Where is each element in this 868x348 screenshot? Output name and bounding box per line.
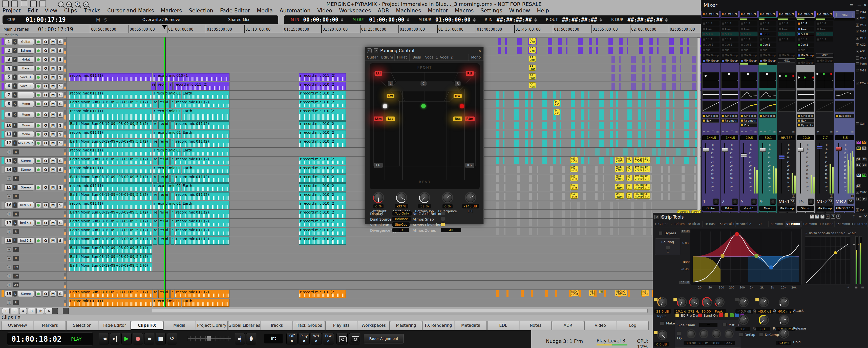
- fx-enable-square[interactable]: [722, 115, 724, 117]
- tab-project-library[interactable]: Project Library: [196, 321, 228, 330]
- audio-clip[interactable]: recorc: [153, 139, 157, 147]
- audio-clip[interactable]: recorc: [153, 175, 157, 183]
- setting-value-3[interactable]: 3D: [392, 228, 409, 232]
- clip-status-badge[interactable]: AA<Of: [529, 65, 536, 71]
- sub-channel-tag[interactable]: R: [13, 194, 19, 199]
- st-bandon-checkbox[interactable]: [698, 313, 702, 317]
- audio-clip[interactable]: Earth: [182, 91, 229, 99]
- audio-clip[interactable]: recorc: [153, 219, 157, 227]
- track-solo-button[interactable]: S: [57, 57, 63, 62]
- bus-header[interactable]: ATMOS 9.1.6: [740, 11, 758, 17]
- menu-project[interactable]: Project: [3, 8, 21, 14]
- track-lane[interactable]: [67, 281, 701, 289]
- track-number[interactable]: 7: [5, 92, 13, 98]
- track-name[interactable]: HiHat: [18, 56, 34, 63]
- audio-clip[interactable]: Earth: [182, 201, 229, 209]
- fx-button-+[interactable]: +: [816, 130, 819, 134]
- clip-status-badge[interactable]: SX218<Offlin: [633, 166, 644, 172]
- track-number[interactable]: 6: [5, 83, 13, 89]
- fx-button-+[interactable]: +: [721, 130, 724, 134]
- track-number[interactable]: 4: [5, 65, 13, 71]
- track-lane[interactable]: Earth Moon Sun 03-19-09+03-09-09_5.1 (5): [67, 254, 701, 263]
- track-channel-tag[interactable]: C: [13, 101, 17, 107]
- menu-tracks[interactable]: Tracks: [84, 8, 100, 14]
- speaker-Rss[interactable]: Rss: [453, 117, 462, 121]
- audio-clip[interactable]: Earth: [182, 130, 229, 138]
- fx-button-□[interactable]: □: [749, 130, 752, 134]
- track-channel-tag[interactable]: C: [13, 48, 17, 53]
- sc-knob[interactable]: [724, 329, 734, 338]
- fx-enable-square[interactable]: [798, 120, 800, 122]
- speaker-Rtm[interactable]: Rtm: [465, 117, 475, 121]
- strip-number[interactable]: 1: [703, 199, 706, 205]
- audio-clip[interactable]: Earth: [182, 299, 229, 307]
- track-output-button[interactable]: O: [43, 202, 49, 208]
- rail-mute-button[interactable]: M: [862, 197, 866, 201]
- track-channel-tag[interactable]: L: [13, 220, 17, 226]
- track-record-ready[interactable]: [35, 132, 41, 137]
- bus-cell-714[interactable]: 7.1.4: [816, 21, 833, 26]
- track-mute-button[interactable]: M: [50, 112, 56, 118]
- bus-cell-cue1[interactable]: cue 1: [759, 48, 776, 52]
- strip-number[interactable]: MG2: [816, 199, 828, 205]
- jog-handle[interactable]: [207, 336, 211, 341]
- field-value-3[interactable]: ##:##:##:##: [497, 17, 532, 23]
- audio-clip[interactable]: record mic 011 (2): [175, 100, 229, 108]
- track-number[interactable]: 14: [5, 167, 13, 173]
- fx-item-dynamics[interactable]: Dynamics: [797, 123, 814, 127]
- track-output-button[interactable]: O: [43, 83, 49, 89]
- sc-knob[interactable]: [699, 329, 708, 338]
- track-output-button[interactable]: O: [43, 220, 49, 226]
- sub-channel-tag[interactable]: R: [13, 300, 19, 305]
- menu-video[interactable]: Video: [317, 8, 332, 14]
- audio-clip[interactable]: r record mic 010 (1: [153, 148, 181, 156]
- pan-source-dot-0[interactable]: [383, 104, 387, 108]
- clip-status-badge[interactable]: §§<C: [626, 184, 632, 190]
- bus-cell-51A[interactable]: 5.1 A: [740, 37, 757, 41]
- bus-cell-MixGroup[interactable]: Mix Group: [759, 53, 776, 57]
- edit-mode[interactable]: Overwrite / Remove: [143, 18, 180, 22]
- audio-clip[interactable]: record mic 011 (1): [69, 201, 152, 209]
- fx-item-strip-tools[interactable]: Strip Tools: [759, 114, 776, 118]
- track-channel-tag[interactable]: C: [13, 132, 17, 137]
- fader-handle[interactable]: [722, 148, 728, 152]
- bus-cell-Cue2[interactable]: Cue 2: [721, 42, 739, 47]
- rail-button-S1[interactable]: S1: [856, 157, 861, 161]
- fader-handle[interactable]: [741, 153, 747, 157]
- setting-r-value-3[interactable]: All: [441, 228, 461, 232]
- audio-clip[interactable]: r record mic 010 (2: [299, 228, 346, 236]
- pan-source-dot-2[interactable]: [460, 104, 464, 108]
- bus-cell-51C[interactable]: 5.1C: [797, 27, 814, 31]
- mute-flag[interactable]: M: [96, 17, 100, 23]
- rail-group-toggle[interactable]: +: [856, 50, 859, 53]
- bus-cell-MixGroup[interactable]: Mix Group: [702, 59, 719, 63]
- bus-cell-714[interactable]: 7.1.4: [740, 21, 757, 26]
- rail-button-AC[interactable]: AC: [856, 184, 861, 188]
- menu-help[interactable]: Help: [537, 8, 549, 14]
- rail-section-Effect[interactable]: −Effect: [856, 82, 868, 85]
- menu-markers[interactable]: Markers: [161, 8, 182, 14]
- speaker-Ltf[interactable]: Ltf: [374, 71, 382, 76]
- track-channel-tag[interactable]: L: [13, 185, 17, 190]
- audio-clip[interactable]: r record mic 010 (2: [299, 290, 346, 298]
- gain-display[interactable]: -5.5: [835, 135, 854, 140]
- loop-button[interactable]: ↺: [167, 333, 177, 344]
- sub-channel-tag[interactable]: R: [13, 229, 19, 234]
- fx-enable-square[interactable]: [760, 115, 762, 117]
- st-makeup-checkbox[interactable]: [660, 321, 664, 325]
- fx-button-≡[interactable]: ≡: [773, 130, 776, 134]
- sub-expand-button[interactable]: +: [7, 150, 11, 154]
- track-lane[interactable]: Earth Moon Sun 03-19-09+03-09-09_5.1 (4): [67, 245, 701, 254]
- track-number[interactable]: 12: [5, 140, 13, 146]
- strip-name[interactable]: Mix Group: [816, 206, 833, 211]
- bus-cell-MixGroup[interactable]: Mix Group: [759, 59, 776, 63]
- track-record-ready[interactable]: [35, 185, 41, 190]
- field-spinner-1[interactable]: [407, 18, 409, 22]
- audio-clip[interactable]: record mic 011 (1): [69, 148, 152, 156]
- bus-cell-MixGroup[interactable]: Mix Group: [797, 53, 814, 57]
- tab-fx-rendering[interactable]: FX Rendering: [423, 321, 454, 330]
- menu-machines[interactable]: Machines: [396, 8, 421, 14]
- rail-button-S4[interactable]: S4: [862, 163, 866, 167]
- sub-expand-button[interactable]: +: [7, 265, 11, 269]
- fx-enable-square[interactable]: [836, 115, 838, 117]
